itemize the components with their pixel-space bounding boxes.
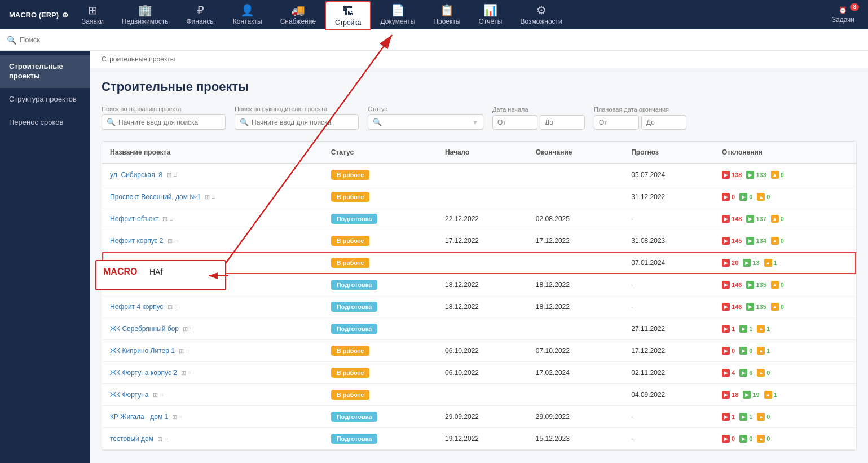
chevron-down-icon: ▼ bbox=[472, 119, 478, 126]
cell-end bbox=[528, 164, 623, 186]
status-badge: В работе bbox=[331, 390, 370, 400]
date-end-to[interactable] bbox=[641, 115, 686, 130]
sidebar-item-perenos-srokov[interactable]: Перенос сроков bbox=[0, 111, 90, 134]
filter-status-wrap[interactable]: 🔍 ▼ bbox=[368, 114, 483, 130]
nav-item-proekty[interactable]: 📋 Проекты bbox=[424, 0, 469, 29]
project-name-link[interactable]: ЖК Серебрянный бор bbox=[110, 325, 179, 333]
dev-red-value: 148 bbox=[732, 215, 742, 222]
filter-status-input[interactable] bbox=[385, 118, 469, 126]
project-name-link[interactable]: тестовый дом bbox=[110, 435, 153, 443]
dev-triangle-icon: ▲ bbox=[764, 259, 772, 267]
cell-end: 18.12.2022 bbox=[528, 296, 623, 318]
nav-item-dokumenty[interactable]: 📄 Документы bbox=[371, 0, 424, 29]
sidebar-item-struktura-proektov[interactable]: Структура проектов bbox=[0, 88, 90, 111]
dev-red-value: 20 bbox=[732, 259, 738, 266]
cell-status: В работе bbox=[323, 252, 437, 274]
date-start-to[interactable] bbox=[540, 115, 585, 130]
nedvizhimost-icon: 🏢 bbox=[138, 5, 152, 16]
project-name-link[interactable]: Нефрит-объект bbox=[110, 215, 158, 223]
table-row[interactable]: Проспект Весенний, дом №1 ⊞ ≡В работе31.… bbox=[102, 186, 856, 208]
cell-start bbox=[437, 384, 528, 406]
nav-item-stroyka[interactable]: 🏗 Стройка bbox=[325, 1, 371, 30]
search-icon-status: 🔍 bbox=[373, 118, 382, 126]
col-header-end: Окончание bbox=[528, 142, 623, 164]
dev-red-icon: ▶ bbox=[722, 391, 730, 399]
sidebar-item-stroitelnye-proekty[interactable]: Строительные проекты bbox=[0, 55, 90, 88]
project-name-link[interactable]: ЖК Фортуна bbox=[110, 391, 149, 399]
cell-forecast: - bbox=[623, 274, 714, 296]
filter-manager-input[interactable] bbox=[252, 118, 354, 126]
cell-forecast: - bbox=[623, 208, 714, 230]
cell-project-name: ЖК Фортуна корпус 2 ⊞ ≡ bbox=[102, 362, 323, 384]
cell-end: 15.12.2023 bbox=[528, 428, 623, 450]
table-row[interactable]: Нефрит-объект ⊞ ≡Подготовка22.12.202202.… bbox=[102, 208, 856, 230]
cell-start: 17.12.2022 bbox=[437, 230, 528, 252]
project-name-link[interactable]: Нефрит 3 корпус bbox=[110, 281, 164, 289]
table-row[interactable]: ЖК Серебрянный бор ⊞ ≡Подготовка27.11.20… bbox=[102, 318, 856, 340]
nav-item-kontakty[interactable]: 👤 Контакты bbox=[224, 0, 271, 29]
nav-item-finansy[interactable]: ₽ Финансы bbox=[177, 0, 223, 29]
dev-orange-value: 0 bbox=[766, 413, 770, 420]
date-end-from[interactable] bbox=[594, 115, 639, 130]
project-name-link[interactable]: ЖК Фортуна корпус 2 bbox=[110, 369, 177, 377]
table-row[interactable]: Нефрит корпус 2 ⊞ ≡В работе17.12.202217.… bbox=[102, 230, 856, 252]
table-row[interactable]: ЖК Фортуна корпус 2 ⊞ ≡В работе06.10.202… bbox=[102, 362, 856, 384]
nav-item-nedvizhimost[interactable]: 🏢 Недвижимость bbox=[113, 0, 178, 29]
cell-project-name: ЖК Фортуна ⊞ ≡ bbox=[102, 384, 323, 406]
table-row[interactable]: тестовый дом ⊞ ≡Подготовка19.12.202215.1… bbox=[102, 428, 856, 450]
cell-project-name: тестовый дом ⊞ ≡ bbox=[102, 428, 323, 450]
nav-item-snabzhenie[interactable]: 🚚 Снабжение bbox=[271, 0, 325, 29]
cell-deviations: ▶0▶0▲0 bbox=[714, 428, 856, 450]
project-name-link[interactable]: MACRO bbox=[110, 259, 135, 267]
nav-item-zayavki[interactable]: ⊞ Заявки bbox=[73, 0, 113, 29]
dev-red-icon: ▶ bbox=[722, 215, 730, 223]
filter-project-name-input[interactable] bbox=[118, 118, 221, 126]
cell-forecast: 27.11.2022 bbox=[623, 318, 714, 340]
table-row[interactable]: Нефрит 4 корпус ⊞ ≡Подготовка18.12.20221… bbox=[102, 296, 856, 318]
nav-label-finansy: Финансы bbox=[186, 17, 214, 25]
project-name-link[interactable]: ул. Сибирская, 8 bbox=[110, 171, 162, 179]
vozmozhnosti-icon: ⚙ bbox=[536, 5, 547, 16]
table-row[interactable]: Нефрит 3 корпус ⊞ ≡Подготовка18.12.20221… bbox=[102, 274, 856, 296]
status-badge: В работе bbox=[331, 236, 370, 246]
dev-green-value: 13 bbox=[752, 259, 759, 266]
nav-item-tasks[interactable]: 8 ⏰ Задачи bbox=[823, 0, 863, 29]
dev-orange-value: 0 bbox=[781, 303, 784, 310]
table-row[interactable]: ул. Сибирская, 8 ⊞ ≡В работе05.07.2024▶1… bbox=[102, 164, 856, 186]
table-row[interactable]: ЖК Фортуна ⊞ ≡В работе04.09.2022▶18▶19▲1 bbox=[102, 384, 856, 406]
cell-project-name: Нефрит-объект ⊞ ≡ bbox=[102, 208, 323, 230]
table-row[interactable]: ЖК Киприно Литер 1 ⊞ ≡В работе06.10.2022… bbox=[102, 340, 856, 362]
dev-red-icon: ▶ bbox=[722, 413, 730, 421]
nav-label-kontakty: Контакты bbox=[233, 17, 262, 25]
dev-green-value: 0 bbox=[749, 347, 752, 354]
search-input[interactable] bbox=[20, 36, 133, 44]
project-name-link[interactable]: Нефрит 4 корпус bbox=[110, 303, 164, 311]
table-row[interactable]: MACRO ⊞ ≡В работе07.01.2024▶20▶13▲1 bbox=[102, 252, 856, 274]
dev-green-value: 19 bbox=[752, 391, 759, 398]
dev-green-icon: ▶ bbox=[746, 171, 754, 179]
filter-date-start: Дата начала bbox=[492, 106, 585, 130]
nav-label-dokumenty: Документы bbox=[380, 17, 415, 25]
sidebar: Строительные проекты Структура проектов … bbox=[0, 51, 90, 463]
cell-forecast: 17.12.2022 bbox=[623, 340, 714, 362]
tasks-badge: 8 bbox=[850, 3, 859, 11]
dev-triangle-icon: ▲ bbox=[757, 413, 765, 421]
cell-forecast: 05.07.2024 bbox=[623, 164, 714, 186]
dev-green-value: 6 bbox=[749, 369, 752, 376]
dev-triangle-icon: ▲ bbox=[757, 325, 765, 333]
project-name-link[interactable]: Проспект Весенний, дом №1 bbox=[110, 193, 201, 201]
date-range-end bbox=[594, 115, 686, 130]
date-start-from[interactable] bbox=[492, 115, 537, 130]
nav-item-otchety[interactable]: 📊 Отчёты bbox=[470, 0, 512, 29]
nav-item-vozmozhnosti[interactable]: ⚙ Возможности bbox=[511, 0, 571, 29]
dev-green-value: 135 bbox=[756, 281, 766, 288]
dev-green-icon: ▶ bbox=[746, 215, 754, 223]
cell-end: 17.12.2022 bbox=[528, 230, 623, 252]
project-name-link[interactable]: ЖК Киприно Литер 1 bbox=[110, 347, 175, 355]
cell-status: Подготовка bbox=[323, 318, 437, 340]
project-name-link[interactable]: Нефрит корпус 2 bbox=[110, 237, 164, 245]
project-name-link[interactable]: КР Жигала - дом 1 bbox=[110, 413, 168, 421]
dev-triangle-icon: ▲ bbox=[757, 347, 765, 355]
table-row[interactable]: КР Жигала - дом 1 ⊞ ≡Подготовка29.09.202… bbox=[102, 406, 856, 428]
nav-label-snabzhenie: Снабжение bbox=[280, 17, 316, 25]
